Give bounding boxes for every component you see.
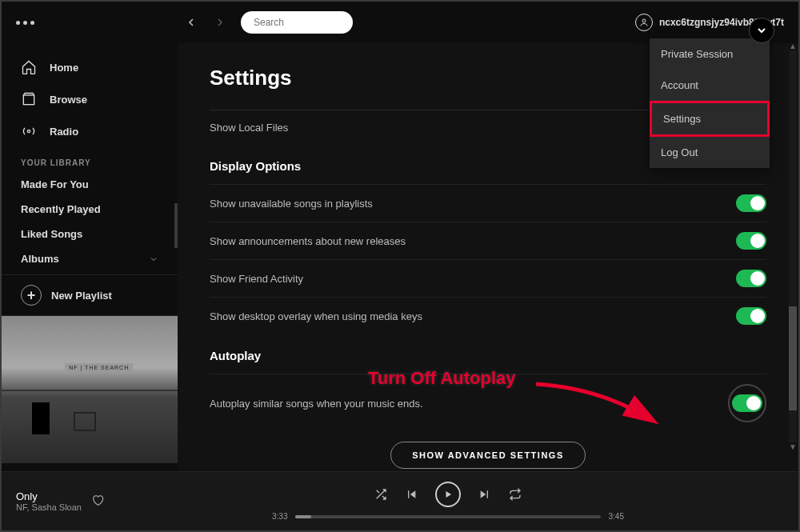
- play-icon: [443, 490, 453, 499]
- next-button[interactable]: [478, 488, 491, 501]
- autoplay-header: Autoplay: [210, 349, 766, 362]
- library-item-recently-played[interactable]: Recently Played: [2, 197, 178, 222]
- sidebar-item-browse[interactable]: Browse: [2, 83, 178, 115]
- album-art-text: NF | THE SEARCH: [65, 363, 133, 372]
- chevron-down-icon: [755, 24, 768, 37]
- setting-label: Show Friend Activity: [210, 273, 303, 285]
- setting-row-friend-activity: Show Friend Activity: [210, 259, 766, 297]
- vertical-scrollbar[interactable]: ▲ ▼: [789, 42, 797, 458]
- radio-icon: [21, 123, 37, 139]
- library-header: YOUR LIBRARY: [2, 147, 178, 172]
- setting-label: Show unavailable songs in playlists: [210, 198, 373, 210]
- menu-dots-icon[interactable]: [16, 21, 34, 25]
- topbar: ncxc6tzgnsjyz94ivb82kwt7t: [2, 2, 798, 43]
- library-item-made-for-you[interactable]: Made For You: [2, 172, 178, 197]
- now-playing-album-art[interactable]: NF | THE SEARCH: [2, 316, 178, 463]
- dropdown-item-logout[interactable]: Log Out: [650, 137, 770, 168]
- show-advanced-settings-button[interactable]: SHOW ADVANCED SETTINGS: [390, 442, 585, 469]
- time-elapsed: 3:33: [272, 512, 287, 521]
- sidebar-item-label: Browse: [50, 94, 87, 106]
- setting-row-announcements: Show announcements about new releases: [210, 222, 766, 259]
- new-playlist-label: New Playlist: [51, 290, 112, 302]
- toggle-announcements[interactable]: [736, 232, 766, 250]
- play-button[interactable]: [435, 482, 461, 507]
- playbar: Only NF, Sasha Sloan 3:33 3:45: [2, 471, 798, 530]
- time-total: 3:45: [609, 512, 624, 521]
- scroll-up-icon[interactable]: ▲: [789, 42, 797, 50]
- scrollbar-thumb[interactable]: [789, 306, 797, 410]
- nav-forward-button[interactable]: [210, 13, 230, 32]
- browse-icon: [21, 91, 37, 107]
- user-dropdown-chevron[interactable]: [749, 18, 774, 43]
- dropdown-item-settings[interactable]: Settings: [650, 101, 770, 137]
- dropdown-item-account[interactable]: Account: [650, 70, 770, 101]
- setting-label: Autoplay similar songs when your music e…: [210, 398, 423, 410]
- new-playlist-button[interactable]: + New Playlist: [2, 274, 178, 316]
- setting-label: Show desktop overlay when using media ke…: [210, 310, 422, 322]
- shuffle-button[interactable]: [374, 488, 387, 501]
- previous-button[interactable]: [405, 488, 418, 501]
- sidebar-item-label: Radio: [50, 126, 78, 138]
- sidebar: Home Browse Radio YOUR LIBRARY Made For …: [2, 43, 178, 471]
- now-playing-artist[interactable]: NF, Sasha Sloan: [16, 502, 82, 512]
- svg-point-2: [642, 19, 646, 22]
- toggle-autoplay[interactable]: [732, 394, 762, 412]
- autoplay-toggle-highlight: [728, 384, 766, 422]
- setting-label: Show announcements about new releases: [210, 235, 406, 247]
- user-dropdown-menu: Private Session Account Settings Log Out: [650, 38, 770, 168]
- chevron-down-icon: [149, 254, 158, 264]
- library-item-albums[interactable]: Albums: [2, 246, 178, 271]
- progress-track[interactable]: [295, 515, 600, 518]
- svg-rect-3: [23, 95, 34, 105]
- setting-row-autoplay: Autoplay similar songs when your music e…: [210, 374, 766, 432]
- setting-row-desktop-overlay: Show desktop overlay when using media ke…: [210, 297, 766, 334]
- user-icon: [635, 14, 653, 31]
- toggle-friend-activity[interactable]: [736, 270, 766, 287]
- svg-point-4: [27, 130, 30, 132]
- search-input[interactable]: [254, 17, 374, 28]
- sidebar-item-radio[interactable]: Radio: [2, 115, 178, 147]
- sidebar-item-home[interactable]: Home: [2, 51, 178, 83]
- heart-icon: [91, 494, 104, 506]
- scroll-down-icon[interactable]: ▼: [789, 442, 797, 451]
- setting-row-unavailable-songs: Show unavailable songs in playlists: [210, 184, 766, 222]
- search-input-wrap[interactable]: [241, 11, 353, 34]
- like-button[interactable]: [91, 494, 104, 510]
- toggle-desktop-overlay[interactable]: [736, 307, 766, 325]
- dropdown-item-private-session[interactable]: Private Session: [650, 38, 770, 70]
- home-icon: [21, 59, 37, 75]
- toggle-unavailable-songs[interactable]: [736, 194, 766, 212]
- now-playing-track[interactable]: Only: [16, 490, 82, 502]
- progress-bar[interactable]: 3:33 3:45: [272, 512, 624, 521]
- repeat-button[interactable]: [509, 488, 522, 501]
- plus-icon: +: [21, 285, 42, 306]
- library-item-liked-songs[interactable]: Liked Songs: [2, 222, 178, 246]
- sidebar-item-label: Home: [50, 62, 78, 74]
- nav-back-button[interactable]: [182, 13, 201, 32]
